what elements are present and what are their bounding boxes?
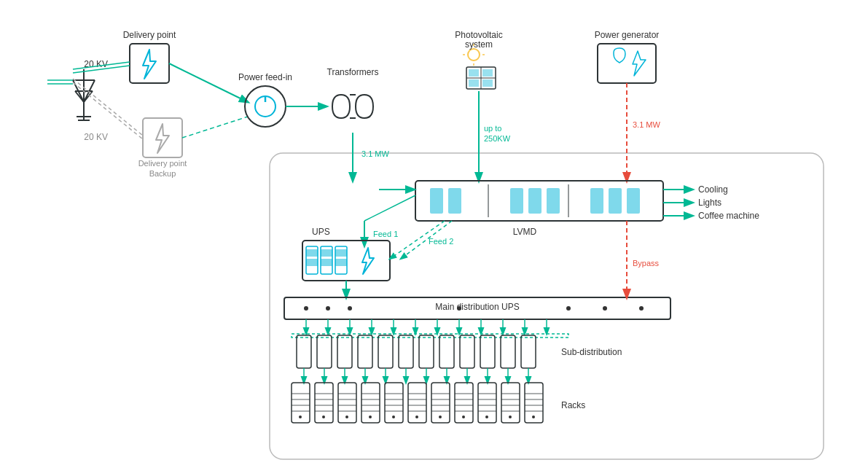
svg-rect-55: [335, 259, 347, 266]
lights-label: Lights: [698, 198, 722, 208]
svg-rect-30: [482, 69, 493, 77]
svg-rect-75: [501, 335, 515, 368]
power-generator-box: [598, 44, 656, 83]
svg-point-94: [345, 415, 348, 418]
transformers-label: Transformers: [327, 67, 379, 77]
power-label-31mw: 3.1 MW: [361, 149, 390, 158]
svg-point-63: [603, 306, 607, 311]
svg-point-136: [509, 415, 512, 418]
transmission-tower: [47, 69, 95, 120]
svg-rect-39: [528, 188, 541, 214]
svg-rect-36: [430, 188, 443, 214]
svg-rect-43: [627, 188, 640, 214]
svg-rect-51: [321, 249, 332, 257]
svg-rect-18: [327, 80, 379, 133]
svg-rect-67: [337, 335, 352, 368]
ups-box: [302, 241, 390, 281]
svg-point-21: [468, 49, 480, 61]
sub-dist-label: Sub-distribution: [561, 347, 622, 357]
line-feed1-from-lvmd: [364, 195, 415, 221]
svg-rect-70: [399, 335, 413, 368]
svg-point-82: [299, 415, 302, 418]
svg-point-130: [485, 415, 488, 418]
sub-dist-boxes: [297, 335, 536, 368]
svg-marker-14: [156, 124, 169, 153]
bypass-label: Bypass: [633, 259, 660, 268]
svg-rect-31: [469, 79, 479, 87]
generator-power-label: 3.1 MW: [633, 120, 661, 129]
svg-rect-71: [419, 335, 434, 368]
racks-label: Racks: [561, 400, 585, 410]
generator-label: Power generator: [595, 30, 660, 40]
svg-point-124: [462, 415, 465, 418]
main-dist-label: Main distribution UPS: [435, 302, 519, 312]
svg-rect-52: [321, 259, 332, 266]
svg-rect-33: [598, 44, 656, 83]
delivery-point-backup-label: Delivery point: [138, 159, 187, 168]
svg-point-106: [392, 415, 395, 418]
delivery-point-label: Delivery point: [123, 30, 176, 40]
svg-point-15: [245, 86, 286, 127]
feed2-label: Feed 2: [429, 237, 453, 246]
delivery-point-box: [130, 44, 169, 83]
svg-rect-32: [482, 79, 493, 87]
svg-rect-65: [297, 335, 311, 368]
pv-power-label2: 250KW: [484, 134, 511, 143]
svg-rect-66: [317, 335, 332, 368]
pv-power-label: up to: [484, 124, 501, 133]
svg-point-88: [322, 415, 325, 418]
feed1-label: Feed 1: [373, 230, 398, 238]
svg-marker-56: [362, 248, 374, 274]
svg-rect-37: [448, 188, 461, 214]
svg-point-59: [326, 306, 330, 311]
svg-rect-49: [306, 259, 318, 266]
svg-point-64: [639, 306, 644, 311]
line-delivery-feedin: [169, 63, 248, 102]
svg-rect-48: [306, 249, 318, 257]
svg-rect-29: [469, 69, 479, 77]
svg-rect-68: [358, 335, 372, 368]
svg-point-142: [532, 415, 535, 418]
svg-rect-73: [460, 335, 474, 368]
photovoltaic-label: Photovoltaic: [455, 30, 502, 40]
power-feedin-box: [245, 86, 286, 127]
photovoltaic-label2: system: [465, 39, 493, 50]
photovoltaic-box: [463, 44, 496, 89]
transformers-box: [327, 80, 379, 133]
svg-rect-54: [335, 249, 347, 257]
svg-rect-38: [510, 188, 523, 214]
svg-rect-42: [609, 188, 622, 214]
lvmd-label: LVMD: [513, 227, 537, 237]
svg-rect-40: [547, 188, 560, 214]
delivery-point-backup-box: [143, 118, 182, 157]
svg-point-58: [304, 306, 308, 311]
svg-point-62: [566, 306, 571, 311]
lvmd-box: [415, 181, 663, 221]
svg-rect-41: [590, 188, 603, 214]
svg-marker-12: [143, 50, 156, 79]
svg-rect-76: [521, 335, 536, 368]
ups-label: UPS: [312, 227, 330, 237]
delivery-point-backup-label2: Backup: [149, 169, 176, 178]
line-backup-feedin: [182, 117, 248, 138]
svg-marker-34: [633, 51, 646, 76]
svg-point-100: [369, 415, 372, 418]
svg-point-60: [348, 306, 352, 311]
power-feedin-label: Power feed-in: [238, 72, 292, 82]
diagram-container: Delivery point 20 KV Delivery point Back…: [0, 0, 868, 476]
svg-point-112: [415, 415, 418, 418]
svg-rect-72: [439, 335, 454, 368]
cooling-label: Cooling: [698, 184, 728, 195]
racks: [292, 383, 543, 423]
coffee-label: Coffee machine: [698, 211, 759, 221]
svg-point-118: [439, 415, 442, 418]
svg-rect-69: [378, 335, 393, 368]
voltage-label-2: 20 KV: [84, 132, 108, 142]
svg-rect-74: [480, 335, 495, 368]
